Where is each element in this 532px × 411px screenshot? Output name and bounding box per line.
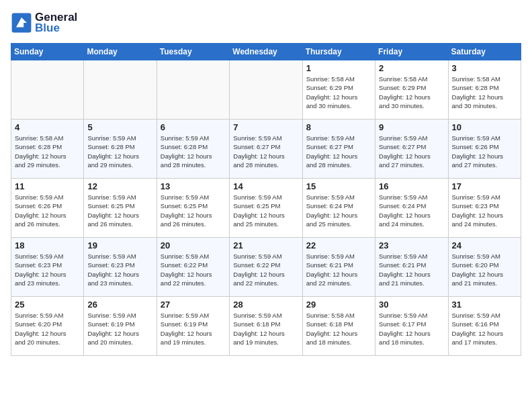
day-info: Sunrise: 5:59 AM Sunset: 6:28 PM Dayligh… — [161, 134, 226, 169]
calendar-cell: 17Sunrise: 5:59 AM Sunset: 6:23 PM Dayli… — [448, 179, 521, 238]
col-header-thursday: Thursday — [302, 44, 375, 60]
col-header-wednesday: Wednesday — [230, 44, 302, 60]
day-info: Sunrise: 5:59 AM Sunset: 6:25 PM Dayligh… — [161, 193, 226, 228]
col-header-sunday: Sunday — [11, 44, 84, 60]
day-info: Sunrise: 5:59 AM Sunset: 6:19 PM Dayligh… — [161, 311, 226, 347]
calendar-cell: 15Sunrise: 5:59 AM Sunset: 6:24 PM Dayli… — [302, 179, 375, 238]
day-number: 1 — [306, 63, 371, 73]
day-number: 17 — [452, 181, 517, 191]
day-number: 11 — [15, 181, 80, 191]
calendar-cell: 20Sunrise: 5:59 AM Sunset: 6:22 PM Dayli… — [157, 238, 229, 297]
calendar-week-row: 4Sunrise: 5:58 AM Sunset: 6:28 PM Daylig… — [11, 120, 521, 179]
calendar-cell: 10Sunrise: 5:59 AM Sunset: 6:26 PM Dayli… — [448, 120, 521, 179]
calendar-cell: 1Sunrise: 5:58 AM Sunset: 6:29 PM Daylig… — [302, 60, 375, 120]
logo: General Blue — [11, 11, 77, 35]
day-number: 4 — [15, 122, 80, 132]
day-info: Sunrise: 5:59 AM Sunset: 6:23 PM Dayligh… — [15, 252, 80, 287]
day-number: 23 — [379, 240, 444, 250]
calendar-week-row: 18Sunrise: 5:59 AM Sunset: 6:23 PM Dayli… — [11, 238, 521, 297]
day-number: 24 — [452, 240, 517, 250]
calendar-header-row: SundayMondayTuesdayWednesdayThursdayFrid… — [11, 44, 521, 60]
day-number: 31 — [452, 300, 517, 310]
calendar-cell: 4Sunrise: 5:58 AM Sunset: 6:28 PM Daylig… — [11, 120, 84, 179]
day-number: 27 — [161, 300, 226, 310]
calendar-cell: 7Sunrise: 5:59 AM Sunset: 6:27 PM Daylig… — [230, 120, 302, 179]
day-info: Sunrise: 5:59 AM Sunset: 6:24 PM Dayligh… — [379, 193, 444, 228]
calendar-cell — [84, 60, 157, 120]
calendar-cell: 25Sunrise: 5:59 AM Sunset: 6:20 PM Dayli… — [11, 297, 84, 356]
day-info: Sunrise: 5:58 AM Sunset: 6:29 PM Dayligh… — [379, 75, 444, 110]
day-number: 2 — [379, 63, 444, 73]
calendar-cell: 2Sunrise: 5:58 AM Sunset: 6:29 PM Daylig… — [375, 60, 448, 120]
day-number: 13 — [161, 181, 226, 191]
calendar-cell: 8Sunrise: 5:59 AM Sunset: 6:27 PM Daylig… — [302, 120, 375, 179]
calendar-cell: 22Sunrise: 5:59 AM Sunset: 6:21 PM Dayli… — [302, 238, 375, 297]
calendar-cell: 16Sunrise: 5:59 AM Sunset: 6:24 PM Dayli… — [375, 179, 448, 238]
day-info: Sunrise: 5:59 AM Sunset: 6:21 PM Dayligh… — [379, 252, 444, 287]
day-info: Sunrise: 5:59 AM Sunset: 6:20 PM Dayligh… — [452, 252, 517, 287]
day-number: 28 — [233, 300, 298, 310]
calendar-cell: 11Sunrise: 5:59 AM Sunset: 6:26 PM Dayli… — [11, 179, 84, 238]
day-info: Sunrise: 5:59 AM Sunset: 6:20 PM Dayligh… — [15, 311, 80, 347]
day-info: Sunrise: 5:59 AM Sunset: 6:27 PM Dayligh… — [306, 134, 371, 169]
day-number: 26 — [87, 300, 152, 310]
calendar-week-row: 11Sunrise: 5:59 AM Sunset: 6:26 PM Dayli… — [11, 179, 521, 238]
day-number: 6 — [161, 122, 226, 132]
day-info: Sunrise: 5:58 AM Sunset: 6:28 PM Dayligh… — [15, 134, 80, 169]
calendar-cell: 9Sunrise: 5:59 AM Sunset: 6:27 PM Daylig… — [375, 120, 448, 179]
calendar-cell: 21Sunrise: 5:59 AM Sunset: 6:22 PM Dayli… — [230, 238, 302, 297]
day-number: 19 — [87, 240, 152, 250]
calendar-cell: 18Sunrise: 5:59 AM Sunset: 6:23 PM Dayli… — [11, 238, 84, 297]
day-info: Sunrise: 5:59 AM Sunset: 6:25 PM Dayligh… — [233, 193, 298, 228]
day-info: Sunrise: 5:59 AM Sunset: 6:27 PM Dayligh… — [379, 134, 444, 169]
day-info: Sunrise: 5:59 AM Sunset: 6:26 PM Dayligh… — [452, 134, 517, 169]
day-number: 16 — [379, 181, 444, 191]
day-number: 22 — [306, 240, 371, 250]
day-info: Sunrise: 5:59 AM Sunset: 6:21 PM Dayligh… — [306, 252, 371, 287]
day-number: 10 — [452, 122, 517, 132]
calendar-cell: 27Sunrise: 5:59 AM Sunset: 6:19 PM Dayli… — [157, 297, 229, 356]
day-number: 30 — [379, 300, 444, 310]
day-number: 18 — [15, 240, 80, 250]
calendar-cell — [230, 60, 302, 120]
day-info: Sunrise: 5:59 AM Sunset: 6:19 PM Dayligh… — [87, 311, 152, 347]
day-number: 29 — [306, 300, 371, 310]
page-header: General Blue — [11, 11, 521, 35]
day-info: Sunrise: 5:59 AM Sunset: 6:24 PM Dayligh… — [306, 193, 371, 228]
calendar-week-row: 25Sunrise: 5:59 AM Sunset: 6:20 PM Dayli… — [11, 297, 521, 356]
calendar-cell: 5Sunrise: 5:59 AM Sunset: 6:28 PM Daylig… — [84, 120, 157, 179]
calendar-cell: 6Sunrise: 5:59 AM Sunset: 6:28 PM Daylig… — [157, 120, 229, 179]
calendar-cell: 29Sunrise: 5:58 AM Sunset: 6:18 PM Dayli… — [302, 297, 375, 356]
day-number: 7 — [233, 122, 298, 132]
day-info: Sunrise: 5:59 AM Sunset: 6:22 PM Dayligh… — [233, 252, 298, 287]
calendar-cell — [11, 60, 84, 120]
day-info: Sunrise: 5:59 AM Sunset: 6:27 PM Dayligh… — [233, 134, 298, 169]
day-info: Sunrise: 5:59 AM Sunset: 6:22 PM Dayligh… — [161, 252, 226, 287]
calendar-cell: 12Sunrise: 5:59 AM Sunset: 6:25 PM Dayli… — [84, 179, 157, 238]
day-info: Sunrise: 5:58 AM Sunset: 6:18 PM Dayligh… — [306, 311, 371, 347]
calendar-cell: 28Sunrise: 5:59 AM Sunset: 6:18 PM Dayli… — [230, 297, 302, 356]
day-number: 21 — [233, 240, 298, 250]
calendar-cell: 3Sunrise: 5:58 AM Sunset: 6:28 PM Daylig… — [448, 60, 521, 120]
logo-icon — [11, 12, 32, 34]
day-info: Sunrise: 5:59 AM Sunset: 6:26 PM Dayligh… — [15, 193, 80, 228]
day-number: 9 — [379, 122, 444, 132]
col-header-monday: Monday — [84, 44, 157, 60]
calendar-cell: 13Sunrise: 5:59 AM Sunset: 6:25 PM Dayli… — [157, 179, 229, 238]
calendar-cell: 14Sunrise: 5:59 AM Sunset: 6:25 PM Dayli… — [230, 179, 302, 238]
day-number: 5 — [87, 122, 152, 132]
day-number: 20 — [161, 240, 226, 250]
col-header-tuesday: Tuesday — [157, 44, 229, 60]
day-info: Sunrise: 5:58 AM Sunset: 6:28 PM Dayligh… — [452, 75, 517, 110]
day-info: Sunrise: 5:59 AM Sunset: 6:23 PM Dayligh… — [87, 252, 152, 287]
calendar-cell: 19Sunrise: 5:59 AM Sunset: 6:23 PM Dayli… — [84, 238, 157, 297]
day-info: Sunrise: 5:59 AM Sunset: 6:17 PM Dayligh… — [379, 311, 444, 347]
col-header-saturday: Saturday — [448, 44, 521, 60]
day-number: 14 — [233, 181, 298, 191]
day-number: 3 — [452, 63, 517, 73]
day-number: 15 — [306, 181, 371, 191]
calendar-table: SundayMondayTuesdayWednesdayThursdayFrid… — [11, 43, 521, 356]
calendar-cell: 31Sunrise: 5:59 AM Sunset: 6:16 PM Dayli… — [448, 297, 521, 356]
calendar-cell — [157, 60, 229, 120]
calendar-cell: 24Sunrise: 5:59 AM Sunset: 6:20 PM Dayli… — [448, 238, 521, 297]
